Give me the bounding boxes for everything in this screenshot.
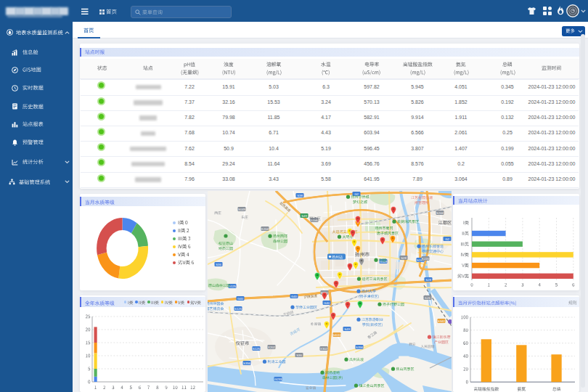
svg-text:G2: G2 bbox=[445, 237, 449, 241]
svg-text:S125: S125 bbox=[253, 347, 260, 351]
svg-text:G40: G40 bbox=[291, 295, 298, 298]
svg-text:S125: S125 bbox=[234, 307, 242, 311]
svg-text:S49: S49 bbox=[301, 214, 307, 218]
svg-text:G233: G233 bbox=[274, 377, 282, 381]
svg-text:S49: S49 bbox=[344, 327, 350, 331]
svg-text:G4011: G4011 bbox=[332, 333, 342, 337]
svg-text:K204: K204 bbox=[261, 227, 269, 231]
svg-text:G2: G2 bbox=[354, 192, 359, 196]
svg-text:X336: X336 bbox=[311, 219, 318, 222]
svg-text:S342: S342 bbox=[438, 319, 445, 323]
svg-text:S356: S356 bbox=[243, 362, 250, 365]
svg-text:S049: S049 bbox=[238, 208, 245, 211]
svg-text:S28: S28 bbox=[425, 278, 431, 282]
svg-text:K220: K220 bbox=[422, 257, 429, 261]
svg-text:G40: G40 bbox=[237, 297, 244, 301]
svg-text:S36: S36 bbox=[216, 263, 221, 266]
svg-text:X202: X202 bbox=[268, 346, 275, 349]
svg-text:S38: S38 bbox=[297, 194, 303, 197]
svg-text:G40: G40 bbox=[324, 301, 330, 305]
svg-text:S244: S244 bbox=[436, 211, 444, 215]
svg-text:S356: S356 bbox=[356, 346, 363, 349]
svg-text:X302: X302 bbox=[320, 347, 327, 351]
svg-text:S28: S28 bbox=[401, 256, 407, 260]
svg-text:S125: S125 bbox=[229, 285, 236, 288]
svg-text:S36: S36 bbox=[296, 354, 302, 357]
